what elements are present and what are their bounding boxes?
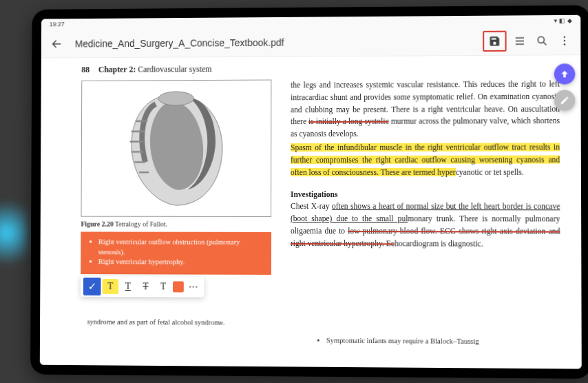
figure-caption-text: Tetralogy of Fallot. [115,220,167,228]
save-icon [488,34,501,47]
document-title: Medicine_And_Surgery_A_Concise_Textbook.… [75,35,473,49]
figure-heart-diagram [81,80,271,217]
svg-point-4 [158,92,193,105]
chapter-title: Cardiovascular system [138,64,211,74]
arrow-left-icon [51,37,63,50]
arrow-up-icon [560,69,569,79]
status-icons: ▾ ◧ ◆ [554,17,573,24]
squiggly-tool[interactable]: T [155,279,171,294]
svg-point-0 [538,37,544,43]
list-item: Right ventricular hypertrophy. [98,258,263,268]
lower-right-fragment: Symptomatic infants may require a Blaloc… [317,335,554,348]
search-button[interactable] [533,32,551,50]
back-button[interactable] [48,34,65,52]
overflow-menu-button[interactable] [556,31,574,49]
document-page[interactable]: 88 Chapter 2: Cardiovascular system [40,55,582,369]
lower-left-fragment: syndrome and as part of fetal alcohol sy… [87,317,303,329]
outline-button[interactable] [511,32,529,50]
toolbar-more-button[interactable]: ⋯ [185,279,202,294]
highlight-box[interactable]: Right ventricular outflow obstruction (p… [81,231,271,275]
list-icon [514,34,526,47]
color-swatch[interactable] [173,281,184,292]
figure-caption-number: Figure 2.20 [81,220,113,228]
underline-tool[interactable]: T [120,279,136,294]
page-header: 88 Chapter 2: Cardiovascular system [81,62,560,75]
list-item: Symptomatic infants may require a Blaloc… [326,335,554,348]
list-item: Right ventricular outflow obstruction (p… [98,237,263,258]
save-button[interactable] [487,34,501,48]
pencil-icon [560,96,569,105]
svg-point-3 [564,43,565,45]
body-text[interactable]: the legs and increases systemic vascular… [291,79,560,290]
status-time: 19:27 [50,21,65,28]
svg-point-1 [564,36,565,37]
investigations-heading: Investigations [291,188,560,200]
strikethrough-text: is initially a long systolic [308,117,389,125]
search-icon [536,34,548,47]
annotation-toolbar: ✓ T T T T ⋯ [81,276,204,298]
edit-fab[interactable] [554,90,576,111]
heart-illustration-icon [108,83,244,214]
svg-point-2 [564,39,565,41]
save-button-highlight [483,30,506,51]
more-vert-icon [558,34,571,47]
highlight-tool[interactable]: T [102,279,118,294]
strikethrough-tool[interactable]: T [138,279,154,294]
chapter-label: Chapter 2: [98,65,136,74]
scroll-up-button[interactable] [554,63,576,84]
confirm-annotation-button[interactable]: ✓ [83,278,101,296]
app-header: Medicine_And_Surgery_A_Concise_Textbook.… [41,26,581,59]
figure-caption: Figure 2.20 Tetralogy of Fallot. [81,220,271,228]
page-number: 88 [81,65,90,74]
